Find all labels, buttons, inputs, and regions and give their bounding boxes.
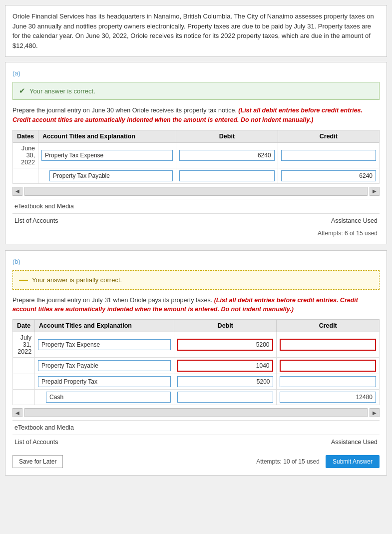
section-a-label: (a)	[12, 69, 380, 77]
journal-table-a: Dates Account Titles and Explanation Deb…	[12, 130, 380, 184]
scroll-track-a[interactable]	[24, 187, 368, 196]
table-row	[13, 358, 380, 374]
credit-input-b4[interactable]	[280, 392, 376, 403]
instruction-b-plain: Prepare the journal entry on July 31 whe…	[12, 297, 212, 304]
instruction-a: Prepare the journal entry on June 30 whe…	[12, 106, 380, 125]
credit-cell-b2	[277, 358, 380, 374]
assistance-used-a[interactable]: Assistance Used	[331, 217, 378, 224]
list-accounts-row-b: List of Accounts Assistance Used	[12, 435, 380, 449]
credit-cell-a1	[278, 142, 379, 168]
account-input-a1[interactable]	[41, 150, 173, 161]
list-accounts-row-a: List of Accounts Assistance Used	[12, 213, 380, 228]
account-input-b2[interactable]	[38, 360, 171, 371]
credit-input-b3[interactable]	[280, 376, 376, 387]
etextbook-a[interactable]: eTextbook and Media	[12, 199, 380, 213]
col-date-b: Date	[13, 320, 35, 332]
col-dates: Dates	[13, 130, 38, 142]
scroll-track-b[interactable]	[24, 408, 368, 417]
debit-cell-a2	[176, 168, 278, 183]
col-account-a: Account Titles and Explanation	[38, 130, 176, 142]
col-debit-b: Debit	[174, 320, 277, 332]
save-button[interactable]: Save for Later	[12, 455, 63, 468]
table-row	[13, 374, 380, 390]
credit-cell-a2	[278, 168, 379, 183]
col-debit-a: Debit	[176, 130, 278, 142]
scrollbar-b: ◀ ▶	[12, 408, 380, 417]
table-row: June30,2022	[13, 142, 380, 168]
credit-cell-b4	[277, 390, 380, 405]
account-input-b1[interactable]	[38, 339, 171, 350]
attempts-a: Attempts: 6 of 15 used	[12, 228, 380, 237]
account-cell-b4	[35, 390, 174, 405]
journal-table-b: Date Account Titles and Explanation Debi…	[12, 319, 380, 405]
scroll-right-b[interactable]: ▶	[370, 408, 380, 417]
intro-box: Oriole Financial Services has its headqu…	[5, 5, 387, 57]
debit-cell-b3	[174, 374, 277, 390]
credit-input-a1[interactable]	[281, 150, 376, 161]
debit-input-a2[interactable]	[179, 170, 274, 181]
account-cell-a2	[38, 168, 176, 183]
debit-cell-b2	[174, 358, 277, 374]
credit-cell-b3	[277, 374, 380, 390]
section-b: (b) — Your answer is partially correct. …	[5, 250, 387, 476]
credit-input-a2[interactable]	[281, 170, 376, 181]
debit-input-b3[interactable]	[177, 376, 274, 387]
scroll-left-a[interactable]: ◀	[12, 187, 22, 196]
date-cell-a1: June30,2022	[13, 142, 38, 168]
debit-input-b1[interactable]	[177, 339, 274, 351]
debit-input-b4[interactable]	[177, 392, 274, 403]
date-cell-b1: July31,2022	[13, 332, 35, 358]
list-accounts-b[interactable]: List of Accounts	[14, 439, 58, 446]
date-cell-a2	[13, 168, 38, 183]
credit-input-b2[interactable]	[280, 360, 376, 372]
account-cell-b2	[35, 358, 174, 374]
alert-correct: ✔ Your answer is correct.	[12, 82, 380, 100]
section-a: (a) ✔ Your answer is correct. Prepare th…	[5, 62, 387, 244]
list-accounts-a[interactable]: List of Accounts	[14, 217, 58, 224]
col-credit-b: Credit	[277, 320, 380, 332]
table-row	[13, 390, 380, 405]
scrollbar-a: ◀ ▶	[12, 187, 380, 196]
debit-cell-a1	[176, 142, 278, 168]
bottom-bar: Save for Later Attempts: 10 of 15 used S…	[12, 455, 380, 468]
check-icon: ✔	[19, 86, 25, 95]
attempts-b: Attempts: 10 of 15 used	[256, 458, 320, 465]
alert-partial: — Your answer is partially correct.	[12, 270, 380, 290]
etextbook-b[interactable]: eTextbook and Media	[12, 420, 380, 435]
alert-correct-text: Your answer is correct.	[29, 87, 95, 95]
credit-input-b1[interactable]	[280, 339, 376, 351]
account-cell-b3	[35, 374, 174, 390]
scroll-left-b[interactable]: ◀	[12, 408, 22, 417]
date-cell-b3	[13, 374, 35, 390]
debit-input-a1[interactable]	[179, 150, 274, 161]
account-input-a2[interactable]	[49, 170, 173, 181]
alert-partial-text: Your answer is partially correct.	[32, 276, 122, 284]
assistance-used-b[interactable]: Assistance Used	[331, 439, 378, 446]
intro-text: Oriole Financial Services has its headqu…	[12, 12, 374, 49]
instruction-a-plain: Prepare the journal entry on June 30 whe…	[12, 107, 237, 114]
minus-icon: —	[19, 275, 28, 285]
debit-input-b2[interactable]	[177, 360, 274, 372]
debit-cell-b1	[174, 332, 277, 358]
section-b-label: (b)	[12, 258, 380, 265]
date-cell-b4	[13, 390, 35, 405]
account-cell-b1	[35, 332, 174, 358]
credit-cell-b1	[277, 332, 380, 358]
account-input-b4[interactable]	[46, 392, 171, 403]
account-input-b3[interactable]	[38, 376, 171, 387]
scroll-right-a[interactable]: ▶	[370, 187, 380, 196]
table-row	[13, 168, 380, 183]
table-row: July31,2022	[13, 332, 380, 358]
instruction-b: Prepare the journal entry on July 31 whe…	[12, 296, 380, 315]
date-cell-b2	[13, 358, 35, 374]
submit-button[interactable]: Submit Answer	[326, 455, 380, 468]
col-account-b: Account Titles and Explanation	[35, 320, 174, 332]
debit-cell-b4	[174, 390, 277, 405]
col-credit-a: Credit	[278, 130, 379, 142]
account-cell-a1	[38, 142, 176, 168]
